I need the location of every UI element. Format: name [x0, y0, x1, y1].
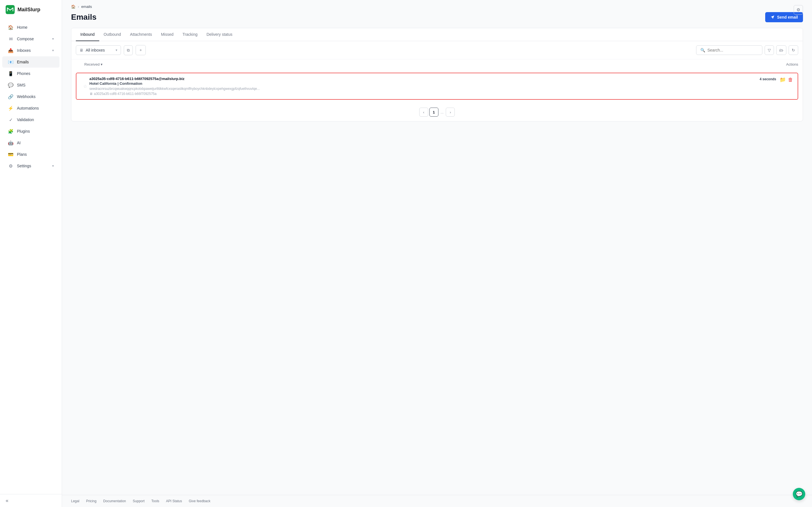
sidebar-item-inboxes[interactable]: 📥 Inboxes ▾ — [2, 45, 59, 56]
refresh-button[interactable]: ↻ — [789, 45, 798, 55]
col-actions-header: Actions — [776, 62, 798, 66]
sidebar-label-home: Home — [17, 25, 28, 30]
sidebar-chevron-settings: ▾ — [52, 164, 54, 168]
sidebar-item-plans[interactable]: 💳 Plans — [2, 149, 59, 160]
footer: LegalPricingDocumentationSupportToolsAPI… — [62, 495, 812, 507]
sidebar-label-webhooks: Webhooks — [17, 94, 36, 99]
sidebar-label-plans: Plans — [17, 152, 27, 157]
breadcrumb: 🏠 › emails — [71, 4, 803, 9]
sidebar-icon-home: 🏠 — [8, 24, 13, 30]
search-icon: 🔍 — [700, 48, 705, 52]
sidebar-chevron-compose: ▾ — [52, 37, 54, 41]
toolbar: 🖥 All inboxes ▾ ⧉ ＋ 🔍 — [71, 41, 803, 59]
sidebar-label-validation: Validation — [17, 117, 34, 122]
sidebar-label-settings: Settings — [17, 164, 31, 168]
email-from: a3025a35-cdf8-4716-b611-b66f7092575a@mai… — [89, 76, 755, 81]
folder-button[interactable]: 🗁 — [776, 45, 786, 55]
page-header: 🏠 › emails Emails Send email — [62, 0, 812, 22]
search-box: 🔍 — [696, 45, 762, 55]
tab-inbound[interactable]: Inbound — [76, 28, 99, 41]
sidebar-item-emails[interactable]: 📧 Emails — [2, 56, 59, 68]
sidebar-label-phones: Phones — [17, 71, 30, 76]
email-inbox-tag: 🖥 a3025a35-cdf8-4716-b611-b66f7092575a — [89, 92, 755, 96]
chat-bubble-button[interactable]: 💬 — [793, 488, 805, 500]
sidebar-icon-ai: 🤖 — [8, 140, 13, 146]
email-meta: 4 seconds 📁 🗑 — [760, 76, 793, 96]
breadcrumb-home-icon[interactable]: 🏠 — [71, 4, 75, 9]
pagination-page-1-button[interactable]: 1 — [429, 108, 439, 117]
star-button[interactable]: ☆ — [81, 76, 89, 96]
email-actions: 📁 🗑 — [779, 76, 793, 83]
sidebar-icon-emails: 📧 — [8, 59, 13, 65]
pagination: ‹ 1 ... › — [71, 103, 803, 121]
main-content: 🏠 › emails Emails Send email — [62, 0, 812, 507]
pagination-prev-button[interactable]: ‹ — [419, 108, 428, 117]
sidebar-item-sms[interactable]: 💬 SMS — [2, 79, 59, 91]
filter-button[interactable]: ▽ — [765, 45, 774, 55]
inbox-icon: 🖥 — [89, 92, 93, 96]
footer-link-pricing[interactable]: Pricing — [86, 499, 96, 503]
tab-tracking[interactable]: Tracking — [178, 28, 202, 41]
toolbar-left: 🖥 All inboxes ▾ ⧉ ＋ — [76, 45, 146, 55]
sidebar-item-settings[interactable]: ⚙ Settings ▾ — [2, 160, 59, 172]
logo: MailSlurp — [0, 0, 62, 19]
settings-gear-button[interactable]: ⚙ — [794, 5, 803, 15]
sidebar-label-sms: SMS — [17, 83, 26, 87]
pagination-next-button[interactable]: › — [446, 108, 455, 117]
tabs-header: InboundOutboundAttachmentsMissedTracking… — [71, 28, 803, 41]
inbox-selector[interactable]: 🖥 All inboxes ▾ — [76, 45, 121, 55]
sidebar-label-ai: AI — [17, 140, 20, 145]
tab-outbound[interactable]: Outbound — [99, 28, 126, 41]
sidebar-label-emails: Emails — [17, 60, 29, 64]
search-input[interactable] — [707, 48, 758, 52]
footer-link-documentation[interactable]: Documentation — [103, 499, 126, 503]
sidebar-item-automations[interactable]: ⚡ Automations — [2, 103, 59, 114]
sidebar-icon-webhooks: 🔗 — [8, 94, 13, 100]
sidebar-item-plugins[interactable]: 🧩 Plugins — [2, 126, 59, 137]
move-to-folder-button[interactable]: 📁 — [779, 76, 786, 83]
sidebar-collapse-area: « — [0, 494, 62, 507]
sidebar-item-validation[interactable]: ✓ Validation — [2, 114, 59, 125]
sidebar-icon-phones: 📱 — [8, 71, 13, 76]
tab-delivery-status[interactable]: Delivery status — [202, 28, 237, 41]
delete-email-button[interactable]: 🗑 — [788, 77, 793, 83]
sidebar-item-ai[interactable]: 🤖 AI — [2, 137, 59, 149]
pagination-dots: ... — [440, 110, 445, 114]
email-subject: Hotel California | Confirmation — [89, 81, 755, 86]
toolbar-right: 🔍 ▽ 🗁 ↻ — [696, 45, 798, 55]
inbox-selector-chevron: ▾ — [116, 48, 117, 52]
email-time: 4 seconds — [760, 76, 776, 81]
table-row[interactable]: ☆ a3025a35-cdf8-4716-b611-b66f7092575a@m… — [76, 73, 798, 100]
sidebar-nav: 🏠 Home ✉ Compose ▾ 📥 Inboxes ▾ 📧 Emails … — [0, 19, 62, 494]
sidebar-icon-settings: ⚙ — [8, 163, 13, 169]
sidebar-label-plugins: Plugins — [17, 129, 30, 133]
add-button[interactable]: ＋ — [136, 45, 146, 55]
col-received-header[interactable]: Received ▾ — [84, 62, 776, 66]
inbox-selector-icon: 🖥 — [80, 48, 84, 52]
footer-link-tools[interactable]: Tools — [151, 499, 159, 503]
tab-missed[interactable]: Missed — [156, 28, 178, 41]
send-icon — [770, 15, 775, 19]
sidebar-item-compose[interactable]: ✉ Compose ▾ — [2, 33, 59, 45]
sidebar-collapse-button[interactable]: « — [6, 498, 8, 503]
footer-link-support[interactable]: Support — [133, 499, 145, 503]
sidebar-icon-compose: ✉ — [8, 36, 13, 42]
copy-button[interactable]: ⧉ — [124, 45, 133, 55]
sidebar-label-automations: Automations — [17, 106, 39, 110]
sidebar-item-webhooks[interactable]: 🔗 Webhooks — [2, 91, 59, 102]
breadcrumb-current: emails — [81, 4, 92, 9]
content-area: InboundOutboundAttachmentsMissedTracking… — [62, 22, 812, 495]
footer-link-legal[interactable]: Legal — [71, 499, 79, 503]
footer-link-give-feedback[interactable]: Give feedback — [189, 499, 211, 503]
sidebar-item-phones[interactable]: 📱 Phones — [2, 68, 59, 79]
sidebar-icon-sms: 💬 — [8, 82, 13, 88]
sidebar-icon-validation: ✓ — [8, 117, 13, 122]
footer-link-api-status[interactable]: API Status — [166, 499, 182, 503]
tab-attachments[interactable]: Attachments — [125, 28, 156, 41]
sidebar-item-home[interactable]: 🏠 Home — [2, 22, 59, 33]
page-title-row: Emails Send email — [71, 12, 803, 22]
email-list: ☆ a3025a35-cdf8-4716-b611-b66f7092575a@m… — [71, 73, 803, 100]
sidebar-icon-inboxes: 📥 — [8, 48, 13, 53]
email-content: a3025a35-cdf8-4716-b611-b66f7092575a@mai… — [89, 76, 755, 96]
sidebar-label-compose: Compose — [17, 37, 34, 41]
